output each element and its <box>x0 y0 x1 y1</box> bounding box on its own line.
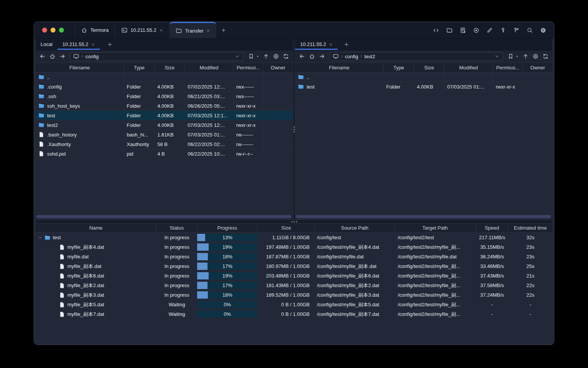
column-header-source-path[interactable]: Source Path <box>315 223 395 232</box>
file-row[interactable]: test2 Folder 4.00KB 07/03/2025 12:... rw… <box>36 120 293 130</box>
path-dropdown-button[interactable] <box>234 53 240 59</box>
column-header-permissions[interactable]: Permissi... <box>493 63 523 72</box>
transfer-row[interactable]: myfile.dat In progress 18% 187.87MB / 1.… <box>36 252 552 261</box>
settings-button[interactable] <box>539 26 547 34</box>
file-row[interactable]: .bash_history bash_hi... 1.61KB 07/03/20… <box>36 130 293 140</box>
transfer-eta: 23s <box>508 244 552 250</box>
refresh-button[interactable] <box>282 53 290 60</box>
bookmark-button[interactable] <box>247 53 255 60</box>
column-header-size[interactable]: Size <box>155 63 185 72</box>
new-window-tab-button[interactable] <box>216 22 231 38</box>
column-header-status[interactable]: Status <box>157 223 197 232</box>
pane-tab[interactable]: 10.211.55.2 <box>295 39 338 50</box>
column-header-type[interactable]: Type <box>384 63 414 72</box>
column-header-owner[interactable]: Owner <box>523 63 552 72</box>
column-header-progress[interactable]: Progress <box>197 223 258 232</box>
bookmark-dropdown-button[interactable] <box>255 53 260 60</box>
refresh-button[interactable] <box>542 53 549 60</box>
new-pane-tab-button[interactable] <box>340 39 353 50</box>
transfer-row[interactable]: myfile_副本5.dat Waiting 0% 0 B / 1.00GB /… <box>36 300 552 309</box>
record-button[interactable] <box>472 26 480 34</box>
column-header-size[interactable]: Size <box>414 63 444 72</box>
transfer-row[interactable]: myfile_副本4.dat In progress 19% 197.48MB … <box>36 242 552 252</box>
close-tab-icon[interactable] <box>159 28 163 32</box>
forward-button[interactable] <box>59 53 66 60</box>
column-header-target-path[interactable]: Target Path <box>395 223 476 232</box>
home-button[interactable] <box>49 53 56 60</box>
zoom-window-button[interactable] <box>59 28 64 33</box>
edit-button[interactable] <box>485 26 494 34</box>
transfer-row[interactable]: myfile_副本2.dat In progress 17% 181.43MB … <box>36 281 552 290</box>
file-row[interactable]: sshd.pid pid 4 B 06/22/2025 10:... rw-r-… <box>36 149 293 159</box>
close-tab-icon[interactable] <box>91 43 95 46</box>
file-row[interactable]: .ssh Folder 4.00KB 06/21/2025 03:... rwx… <box>36 92 293 101</box>
horizontal-scrollbar[interactable] <box>296 215 551 218</box>
file-row[interactable]: test Folder 4.00KB 07/03/2025 12:1... rw… <box>36 111 293 120</box>
search-button[interactable] <box>526 26 534 34</box>
file-row[interactable]: test Folder 4.00KB 07/03/2025 01:... rwx… <box>295 82 552 92</box>
column-header-size[interactable]: Size <box>258 223 315 232</box>
close-tab-icon[interactable] <box>329 43 333 46</box>
keychain-button[interactable] <box>512 26 521 34</box>
file-permissions: rwx------ <box>234 82 263 91</box>
column-header-owner[interactable]: Owner <box>263 63 293 72</box>
bookmark-button[interactable] <box>507 53 514 60</box>
progress-bar: 17% <box>197 282 258 289</box>
window-tab[interactable]: Transfer <box>169 22 216 38</box>
column-header-modified[interactable]: Modified <box>185 63 234 72</box>
minimize-window-button[interactable] <box>51 28 56 33</box>
path-dropdown-button[interactable] <box>494 53 500 59</box>
horizontal-scrollbar[interactable] <box>36 215 291 218</box>
column-header-name[interactable]: Name <box>36 223 157 232</box>
forward-button[interactable] <box>318 53 326 60</box>
file-row[interactable]: .. <box>295 72 552 82</box>
transfer-row[interactable]: myfile_副本6.dat In progress 19% 203.48MB … <box>36 271 552 281</box>
breadcrumb-segment[interactable]: config <box>80 54 99 59</box>
transfer-splitter[interactable] <box>36 220 552 223</box>
column-header-speed[interactable]: Speed <box>476 223 508 232</box>
path-bar[interactable]: config <box>70 52 243 61</box>
folder-button[interactable] <box>445 26 454 34</box>
bookmark-dropdown-button[interactable] <box>515 53 519 60</box>
expand-chevron-icon[interactable] <box>38 236 42 240</box>
back-button[interactable] <box>39 53 46 60</box>
upload-button[interactable] <box>522 53 529 60</box>
file-row[interactable]: .Xauthority Xauthority 58 B 06/22/2025 0… <box>36 140 293 149</box>
breadcrumb-segment[interactable]: test2 <box>359 54 375 59</box>
upload-button[interactable] <box>262 53 270 60</box>
back-button[interactable] <box>298 53 306 60</box>
column-header-modified[interactable]: Modified <box>444 63 493 72</box>
file-row[interactable]: .config Folder 4.00KB 07/02/2025 12:... … <box>36 82 293 92</box>
new-pane-tab-button[interactable] <box>104 39 116 50</box>
column-header-filename[interactable]: Filename <box>295 63 384 72</box>
column-header-permissions[interactable]: Permissi... <box>234 63 263 72</box>
close-tab-icon[interactable] <box>206 29 210 33</box>
plus-icon <box>344 42 349 47</box>
column-header-filename[interactable]: Filename <box>36 63 124 72</box>
file-modified: 07/03/2025 01:... <box>185 130 234 139</box>
close-window-button[interactable] <box>42 28 47 33</box>
transfer-row[interactable]: myfile_副本.dat In progress 17% 180.97MB /… <box>36 261 552 271</box>
transfer-speed: - <box>476 311 508 317</box>
transfer-row[interactable]: test In progress 13% 1.11GB / 8.00GB /co… <box>36 233 552 242</box>
pane-tab[interactable]: Local <box>36 39 57 50</box>
transfer-speed: 35.15MB/s <box>476 244 508 250</box>
column-header-type[interactable]: Type <box>124 63 155 72</box>
home-icon <box>309 53 315 59</box>
column-header-estimated-time[interactable]: Estimated time <box>508 223 552 232</box>
show-hidden-files-button[interactable] <box>272 53 280 60</box>
transfer-row[interactable]: myfile_副本3.dat In progress 18% 189.52MB … <box>36 290 552 300</box>
pane-tab[interactable]: 10.211.55.2 <box>57 39 100 50</box>
log-button[interactable] <box>459 26 467 34</box>
transfer-row[interactable]: myfile_副本7.dat Waiting 0% 0 B / 1.00GB /… <box>36 309 552 319</box>
show-hidden-files-button[interactable] <box>532 53 539 60</box>
window-tab[interactable]: 10.211.55.2 <box>115 22 170 38</box>
key-button[interactable] <box>499 26 507 34</box>
code-button[interactable] <box>432 26 440 34</box>
file-row[interactable]: .. <box>36 72 293 82</box>
file-row[interactable]: ssh_host_keys Folder 4.00KB 06/26/2025 0… <box>36 101 293 111</box>
window-tab[interactable]: Termora <box>75 22 115 38</box>
home-button[interactable] <box>308 53 316 60</box>
path-bar[interactable]: config test2 <box>330 52 503 61</box>
breadcrumb-segment[interactable]: config <box>340 54 358 59</box>
